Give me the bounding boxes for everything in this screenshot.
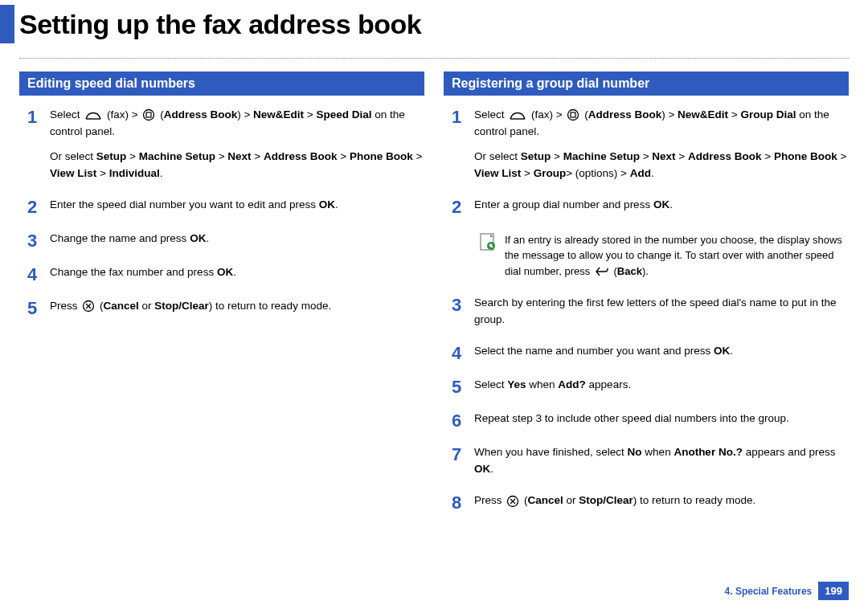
step-alt-text: Or select Setup > Machine Setup > Next >…	[474, 149, 849, 182]
step-number: 1	[452, 104, 474, 131]
step-number: 6	[452, 407, 474, 435]
step-number: 5	[27, 295, 50, 322]
step-body: Select Yes when Add? appears.	[474, 377, 849, 398]
step-body: Enter the speed dial number you want to …	[50, 197, 424, 219]
step-body: Change the name and press OK.	[50, 231, 424, 252]
svg-rect-8	[571, 112, 575, 117]
step-body: Press (Cancel or Stop/Clear) to return t…	[474, 492, 849, 514]
note-icon	[479, 232, 497, 253]
step: 6Repeat step 3 to include other speed di…	[452, 411, 849, 435]
step: 3Change the name and press OK.	[27, 231, 424, 255]
svg-rect-2	[146, 112, 151, 117]
section-header-registering-group-dial: Registering a group dial number	[444, 72, 849, 96]
step: 1Select (fax) > (Address Book) > New&Edi…	[452, 107, 849, 187]
step-text: Press (Cancel or Stop/Clear) to return t…	[50, 298, 424, 315]
section-header-editing-speed-dial: Editing speed dial numbers	[19, 72, 424, 96]
step-text: Select the name and number you want and …	[474, 343, 849, 360]
step: 1Select (fax) > (Address Book) > New&Edi…	[27, 107, 424, 187]
title-accent-block	[0, 5, 14, 43]
step: 2Enter a group dial number and press OK.	[452, 197, 849, 221]
title-bar: Setting up the fax address book	[0, 0, 868, 43]
step: 5Select Yes when Add? appears.	[452, 377, 849, 401]
step: 8Press (Cancel or Stop/Clear) to return …	[452, 492, 849, 517]
step-number: 2	[27, 194, 50, 221]
step-body: Select (fax) > (Address Book) > New&Edit…	[474, 107, 849, 187]
left-column: Editing speed dial numbers 1Select (fax)…	[19, 72, 424, 526]
step-body: Press (Cancel or Stop/Clear) to return t…	[50, 298, 424, 320]
step-number: 3	[27, 227, 50, 255]
svg-point-1	[144, 110, 154, 121]
step-text: When you have finished, select No when A…	[474, 444, 849, 478]
step-number: 8	[452, 489, 474, 517]
footer-chapter: 4. Special Features	[725, 586, 813, 597]
note-box: If an entry is already stored in the num…	[479, 232, 845, 280]
footer-page-number: 199	[818, 582, 849, 600]
step: 3Search by entering the first few letter…	[452, 295, 849, 333]
two-column-layout: Editing speed dial numbers 1Select (fax)…	[0, 72, 868, 526]
step-number: 5	[452, 374, 474, 401]
step-text: Select (fax) > (Address Book) > New&Edit…	[474, 107, 849, 141]
page-title: Setting up the fax address book	[19, 9, 421, 40]
step-text: Enter a group dial number and press OK.	[474, 197, 849, 214]
right-column: Registering a group dial number 1Select …	[444, 72, 849, 526]
svg-point-7	[568, 110, 579, 121]
step-alt-text: Or select Setup > Machine Setup > Next >…	[50, 149, 424, 182]
step-number: 4	[452, 340, 474, 367]
right-step-list-bottom: 3Search by entering the first few letter…	[452, 295, 849, 517]
footer: 4. Special Features 199	[725, 582, 849, 600]
step-number: 2	[452, 194, 474, 221]
step: 7When you have finished, select No when …	[452, 444, 849, 483]
step-text: Repeat step 3 to include other speed dia…	[474, 411, 849, 427]
step-text: Change the fax number and press OK.	[50, 264, 424, 281]
step-body: Select (fax) > (Address Book) > New&Edit…	[50, 107, 424, 187]
step-text: Change the name and press OK.	[50, 231, 424, 247]
step-body: Change the fax number and press OK.	[50, 264, 424, 286]
step: 4Select the name and number you want and…	[452, 343, 849, 367]
step: 4Change the fax number and press OK.	[27, 264, 424, 288]
step-body: Select the name and number you want and …	[474, 343, 849, 365]
step-number: 4	[27, 261, 50, 288]
step-text: Select Yes when Add? appears.	[474, 377, 849, 394]
step-number: 1	[27, 104, 50, 131]
step-number: 3	[452, 292, 474, 319]
right-step-list-top: 1Select (fax) > (Address Book) > New&Edi…	[452, 107, 849, 221]
step-text: Select (fax) > (Address Book) > New&Edit…	[50, 107, 424, 141]
step-number: 7	[452, 441, 474, 468]
title-divider	[19, 58, 849, 59]
step-body: Enter a group dial number and press OK.	[474, 197, 849, 219]
left-step-list: 1Select (fax) > (Address Book) > New&Edi…	[27, 107, 424, 322]
step-body: Repeat step 3 to include other speed dia…	[474, 411, 849, 432]
step-text: Press (Cancel or Stop/Clear) to return t…	[474, 492, 849, 509]
step: 5Press (Cancel or Stop/Clear) to return …	[27, 298, 424, 322]
step-body: Search by entering the first few letters…	[474, 295, 849, 333]
note-text: If an entry is already stored in the num…	[505, 232, 845, 280]
step-text: Search by entering the first few letters…	[474, 295, 849, 329]
step-body: When you have finished, select No when A…	[474, 444, 849, 483]
step: 2Enter the speed dial number you want to…	[27, 197, 424, 221]
step-text: Enter the speed dial number you want to …	[50, 197, 424, 214]
